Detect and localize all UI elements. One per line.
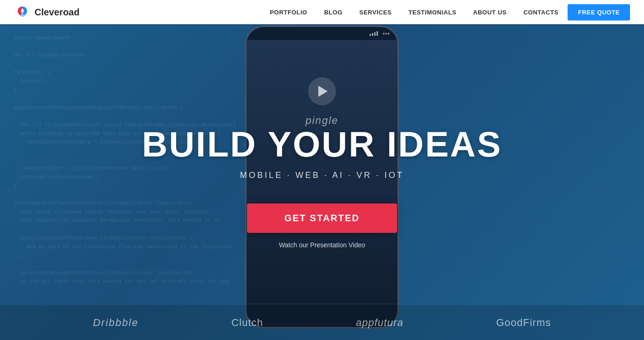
logo-text: Cleveroad (34, 7, 80, 18)
partner-appfutura: appfutura (356, 317, 404, 329)
navbar: Cleveroad PORTFOLIO BLOG SERVICES TESTIM… (0, 0, 644, 24)
hero-content: BUILD YOUR IDEAS MOBILE · WEB · AI · VR … (0, 24, 644, 340)
watch-video-link[interactable]: Watch our Presentation Video (279, 241, 365, 249)
nav-services[interactable]: SERVICES (359, 9, 392, 16)
partners-bar: Dribbble Clutch appfutura GoodFirms (0, 305, 644, 340)
nav-contacts[interactable]: CONTACTS (523, 9, 558, 16)
hero-title: BUILD YOUR IDEAS (142, 125, 502, 164)
partner-clutch: Clutch (231, 317, 263, 329)
partner-goodfirms: GoodFirms (496, 317, 551, 329)
get-started-button[interactable]: GET STARTED (247, 204, 397, 233)
logo-icon (14, 4, 31, 20)
logo[interactable]: Cleveroad (14, 4, 80, 20)
nav-testimonials[interactable]: TESTIMONIALS (409, 9, 457, 16)
nav-links: PORTFOLIO BLOG SERVICES TESTIMONIALS ABO… (270, 9, 558, 16)
partner-dribbble: Dribbble (93, 317, 138, 329)
nav-portfolio[interactable]: PORTFOLIO (270, 9, 307, 16)
nav-blog[interactable]: BLOG (324, 9, 343, 16)
free-quote-button[interactable]: FREE QUOTE (568, 4, 630, 20)
nav-about-us[interactable]: ABOUT US (473, 9, 507, 16)
hero-subtitle: MOBILE · WEB · AI · VR · IOT (240, 170, 404, 180)
svg-point-1 (20, 14, 25, 17)
